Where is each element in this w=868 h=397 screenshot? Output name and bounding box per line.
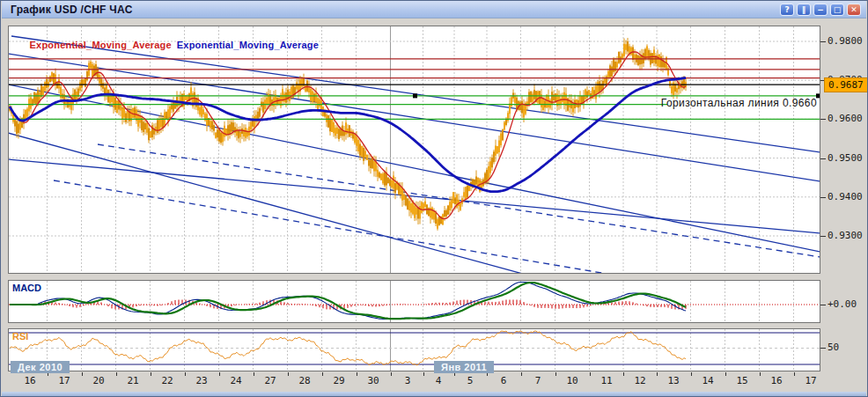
period-badge-dec-2010: Дек 2010 [11,361,70,373]
x-axis-date-label: 17 [58,375,70,386]
y-axis-label: 0.9600 [828,113,863,124]
y-axis-label: 0.9800 [828,35,863,47]
x-axis-date-label: 14 [702,375,713,386]
help-button[interactable]: ? [780,4,794,16]
x-axis-tick [391,372,392,376]
x-axis-date-label: 30 [367,375,379,386]
x-axis-date-label: 16 [770,375,782,386]
x-axis-date-label: 4 [436,375,442,386]
x-axis-tick [82,372,83,376]
rsi-canvas[interactable] [9,329,820,371]
macd-signal-line [10,283,686,319]
close-button[interactable]: ✕ [847,4,861,16]
macd-panel[interactable]: MACD [8,280,820,323]
y-axis-tick [820,41,826,42]
x-axis-tick [623,372,624,376]
chart-window: График USD /CHF ЧАС ? ‖ − □ ✕ Exponentia… [0,0,868,397]
x-axis-tick [725,372,726,376]
x-axis-tick [185,372,186,376]
x-axis-date-label: 28 [298,375,310,386]
x-axis-tick [151,372,151,376]
macd-axis-tick [820,305,826,305]
y-axis-tick [820,119,826,120]
x-axis-date-label: 20 [92,375,104,386]
window-bottom-edge [2,392,866,396]
rsi-label: RSI [12,331,28,342]
trend-lines[interactable] [9,36,820,273]
rsi-axis-tick [820,348,826,349]
x-axis-tick [219,372,220,376]
candlesticks [10,38,686,231]
macd-axis-value: +0.00 [828,298,857,310]
macd-label: MACD [12,283,41,293]
x-axis-tick [555,372,556,376]
x-axis-date-label: 22 [161,375,173,386]
x-axis-date-label: 7 [535,375,541,386]
maximize-button[interactable]: □ [830,4,844,16]
x-axis-date-label: 23 [195,375,207,386]
legend-ema-slow: Exponential_Moving_Average [177,40,319,50]
price-chart-canvas[interactable] [9,26,820,273]
x-axis-tick [288,372,289,376]
pause-button[interactable]: ‖ [797,4,811,16]
rsi-panel[interactable]: RSI [8,328,820,371]
rsi-level-lines [9,333,820,364]
macd-canvas[interactable] [9,281,820,322]
x-axis-date-label: 29 [333,375,344,386]
x-axis-date-label: 13 [667,375,679,386]
y-axis-tick [820,197,826,198]
y-axis-tick [820,158,826,159]
x-axis-date-label: 11 [600,375,612,386]
window-titlebar[interactable]: График USD /CHF ЧАС ? ‖ − □ ✕ [2,1,866,18]
y-axis-tick [820,236,826,237]
horizontal-line-annotation: Горизонтальная линия 0.9660 [661,97,817,109]
indicator-legend: Exponential_Moving_AverageExponential_Mo… [12,29,324,61]
x-axis-tick [254,372,254,376]
x-axis-tick [322,372,323,376]
x-axis-tick [590,372,591,376]
x-axis-date-label: 6 [501,375,507,386]
x-axis-date-label: 21 [127,375,138,386]
x-axis-tick [691,372,692,376]
window-buttons: ? ‖ − □ ✕ [780,4,863,16]
x-axis-tick [657,372,658,376]
y-axis-label: 0.9400 [828,191,863,202]
x-axis-date-label: 16 [24,375,35,386]
current-price-badge: 0.9687 [824,77,868,92]
x-axis-date-label: 27 [264,375,276,386]
x-axis-date-label: 5 [467,375,474,386]
x-axis-tick [794,372,795,376]
x-axis-date-label: 12 [634,375,645,386]
x-axis-date-label: 10 [566,375,577,386]
window-title: График USD /CHF ЧАС [5,4,133,16]
period-badge-jan-2011: Янв 2011 [434,361,494,373]
vertical-gridlines [48,281,794,322]
x-axis-date-label: 17 [805,375,816,386]
rsi-axis-value: 50 [828,342,839,353]
x-axis-date-label: 24 [230,375,241,386]
y-axis-label: 0.9500 [828,152,863,164]
x-axis-tick [357,372,357,376]
x-axis-tick [423,372,424,376]
price-chart-panel[interactable]: Exponential_Moving_AverageExponential_Mo… [8,26,820,274]
minimize-button[interactable]: − [813,4,828,16]
x-axis-date-label: 15 [736,375,747,386]
x-axis-date-label: 3 [405,375,411,386]
x-axis-tick [521,372,522,376]
legend-ema-fast: Exponential_Moving_Average [30,40,172,50]
x-axis-tick [116,372,117,376]
x-axis-tick [760,372,761,376]
y-axis-label: 0.9300 [828,230,863,241]
